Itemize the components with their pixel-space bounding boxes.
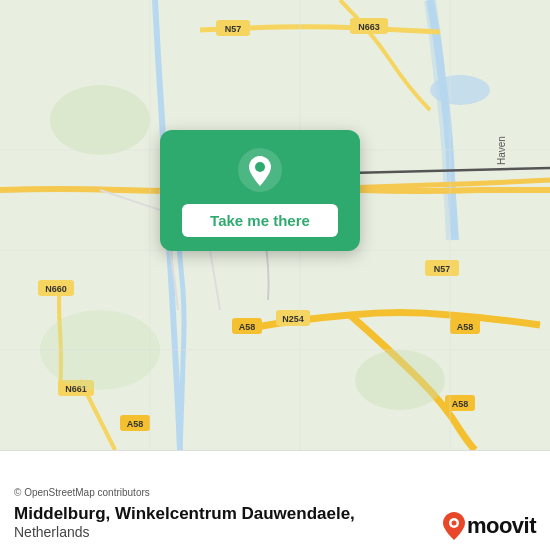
info-bar: © OpenStreetMap contributors Middelburg,… (0, 450, 550, 550)
svg-text:N660: N660 (45, 284, 67, 294)
svg-text:N57: N57 (225, 24, 242, 34)
svg-point-36 (255, 162, 265, 172)
map-popup: Take me there (160, 130, 360, 251)
take-me-there-button[interactable]: Take me there (182, 204, 338, 237)
svg-text:Haven: Haven (496, 136, 507, 165)
svg-text:N663: N663 (358, 22, 380, 32)
attribution: © OpenStreetMap contributors (14, 487, 536, 498)
svg-text:N254: N254 (282, 314, 304, 324)
map-container: N660 N661 N57 N57 N663 A58 A58 A58 (0, 0, 550, 450)
svg-text:A58: A58 (457, 322, 474, 332)
location-pin-icon (238, 148, 282, 192)
attribution-text: © OpenStreetMap contributors (14, 487, 150, 498)
moovit-pin-icon (443, 512, 465, 540)
svg-point-25 (50, 85, 150, 155)
svg-point-26 (355, 350, 445, 410)
svg-point-1 (430, 75, 490, 105)
moovit-text: moovit (467, 513, 536, 539)
app: N660 N661 N57 N57 N663 A58 A58 A58 (0, 0, 550, 550)
svg-text:A58: A58 (239, 322, 256, 332)
svg-text:A58: A58 (127, 419, 144, 429)
svg-text:A58: A58 (452, 399, 469, 409)
svg-text:N57: N57 (434, 264, 451, 274)
svg-point-38 (451, 521, 456, 526)
moovit-logo: moovit (443, 512, 536, 540)
